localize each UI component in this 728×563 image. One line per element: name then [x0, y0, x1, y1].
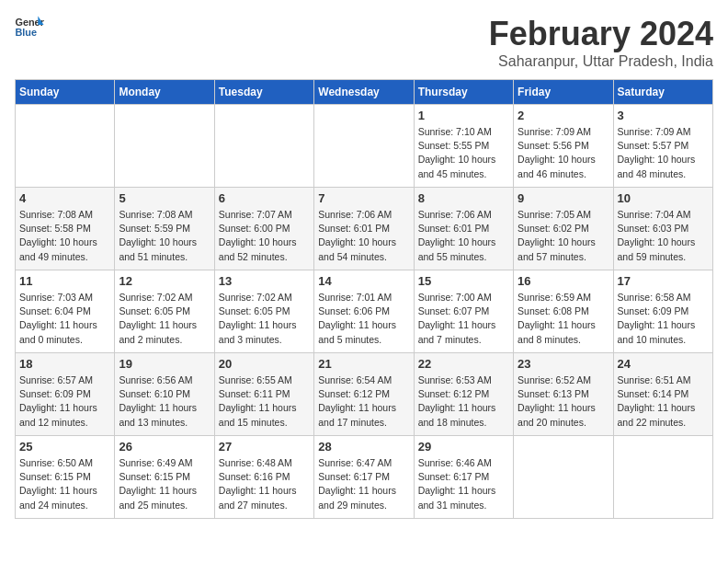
day-number: 26 — [119, 440, 210, 454]
calendar-cell: 25Sunrise: 6:50 AMSunset: 6:15 PMDayligh… — [16, 436, 115, 519]
calendar-week-5: 25Sunrise: 6:50 AMSunset: 6:15 PMDayligh… — [16, 436, 713, 519]
day-info: Sunrise: 7:03 AMSunset: 6:04 PMDaylight:… — [19, 291, 110, 347]
calendar-cell — [115, 105, 214, 188]
day-number: 13 — [219, 274, 310, 288]
calendar-cell: 2Sunrise: 7:09 AMSunset: 5:56 PMDaylight… — [514, 105, 613, 188]
day-number: 20 — [219, 357, 310, 371]
day-info: Sunrise: 6:59 AMSunset: 6:08 PMDaylight:… — [518, 291, 609, 347]
day-info: Sunrise: 7:00 AMSunset: 6:07 PMDaylight:… — [418, 291, 509, 347]
day-info: Sunrise: 6:47 AMSunset: 6:17 PMDaylight:… — [318, 456, 409, 512]
day-info: Sunrise: 7:08 AMSunset: 5:59 PMDaylight:… — [119, 208, 210, 264]
title-area: February 2024 Saharanpur, Uttar Pradesh,… — [489, 15, 713, 70]
day-info: Sunrise: 6:50 AMSunset: 6:15 PMDaylight:… — [19, 456, 110, 512]
calendar-week-1: 1Sunrise: 7:10 AMSunset: 5:55 PMDaylight… — [16, 105, 713, 188]
day-number: 3 — [618, 109, 709, 122]
calendar-cell: 27Sunrise: 6:48 AMSunset: 6:16 PMDayligh… — [214, 436, 313, 519]
calendar-cell: 12Sunrise: 7:02 AMSunset: 6:05 PMDayligh… — [115, 270, 214, 353]
calendar-cell: 20Sunrise: 6:55 AMSunset: 6:11 PMDayligh… — [214, 353, 313, 436]
weekday-sunday: Sunday — [16, 80, 115, 105]
logo: General Blue — [15, 15, 44, 40]
day-number: 10 — [618, 191, 709, 205]
day-info: Sunrise: 6:58 AMSunset: 6:09 PMDaylight:… — [618, 291, 709, 347]
day-info: Sunrise: 6:48 AMSunset: 6:16 PMDaylight:… — [219, 456, 310, 512]
day-info: Sunrise: 7:10 AMSunset: 5:55 PMDaylight:… — [418, 125, 509, 181]
day-number: 25 — [19, 440, 110, 454]
calendar-table: SundayMondayTuesdayWednesdayThursdayFrid… — [15, 79, 713, 519]
page-header: General Blue February 2024 Saharanpur, U… — [15, 15, 713, 70]
day-info: Sunrise: 7:06 AMSunset: 6:01 PMDaylight:… — [418, 208, 509, 264]
calendar-cell: 4Sunrise: 7:08 AMSunset: 5:58 PMDaylight… — [16, 188, 115, 270]
calendar-body: 1Sunrise: 7:10 AMSunset: 5:55 PMDaylight… — [16, 105, 713, 519]
weekday-friday: Friday — [514, 80, 613, 105]
calendar-cell: 9Sunrise: 7:05 AMSunset: 6:02 PMDaylight… — [514, 188, 613, 270]
calendar-cell: 22Sunrise: 6:53 AMSunset: 6:12 PMDayligh… — [414, 353, 513, 436]
day-info: Sunrise: 7:09 AMSunset: 5:56 PMDaylight:… — [518, 125, 609, 181]
location-title: Saharanpur, Uttar Pradesh, India — [489, 53, 713, 70]
day-info: Sunrise: 7:05 AMSunset: 6:02 PMDaylight:… — [518, 208, 609, 264]
calendar-cell — [613, 436, 712, 519]
day-number: 11 — [19, 274, 110, 288]
calendar-cell — [314, 105, 414, 188]
day-number: 19 — [119, 357, 210, 371]
day-number: 5 — [119, 191, 210, 205]
day-number: 4 — [19, 191, 110, 205]
calendar-cell: 19Sunrise: 6:56 AMSunset: 6:10 PMDayligh… — [115, 353, 214, 436]
day-info: Sunrise: 7:06 AMSunset: 6:01 PMDaylight:… — [318, 208, 409, 264]
calendar-header: SundayMondayTuesdayWednesdayThursdayFrid… — [16, 80, 713, 105]
calendar-cell: 28Sunrise: 6:47 AMSunset: 6:17 PMDayligh… — [314, 436, 414, 519]
calendar-cell: 10Sunrise: 7:04 AMSunset: 6:03 PMDayligh… — [613, 188, 712, 270]
svg-text:Blue: Blue — [15, 27, 37, 38]
day-info: Sunrise: 6:51 AMSunset: 6:14 PMDaylight:… — [618, 373, 709, 430]
day-number: 8 — [418, 191, 509, 205]
day-number: 23 — [518, 357, 609, 371]
calendar-cell: 24Sunrise: 6:51 AMSunset: 6:14 PMDayligh… — [613, 353, 712, 436]
logo-icon: General Blue — [15, 15, 44, 40]
calendar-cell: 7Sunrise: 7:06 AMSunset: 6:01 PMDaylight… — [314, 188, 414, 270]
weekday-tuesday: Tuesday — [214, 80, 313, 105]
weekday-thursday: Thursday — [414, 80, 513, 105]
day-number: 21 — [318, 357, 409, 371]
day-number: 7 — [318, 191, 409, 205]
day-number: 27 — [219, 440, 310, 454]
day-info: Sunrise: 6:54 AMSunset: 6:12 PMDaylight:… — [318, 373, 409, 430]
day-info: Sunrise: 6:46 AMSunset: 6:17 PMDaylight:… — [418, 456, 509, 512]
day-info: Sunrise: 7:02 AMSunset: 6:05 PMDaylight:… — [219, 291, 310, 347]
day-info: Sunrise: 6:57 AMSunset: 6:09 PMDaylight:… — [19, 373, 110, 430]
day-info: Sunrise: 7:09 AMSunset: 5:57 PMDaylight:… — [618, 125, 709, 181]
calendar-cell: 3Sunrise: 7:09 AMSunset: 5:57 PMDaylight… — [613, 105, 712, 188]
day-number: 14 — [318, 274, 409, 288]
day-number: 18 — [19, 357, 110, 371]
calendar-cell: 5Sunrise: 7:08 AMSunset: 5:59 PMDaylight… — [115, 188, 214, 270]
calendar-cell: 15Sunrise: 7:00 AMSunset: 6:07 PMDayligh… — [414, 270, 513, 353]
calendar-cell: 14Sunrise: 7:01 AMSunset: 6:06 PMDayligh… — [314, 270, 414, 353]
day-number: 17 — [618, 274, 709, 288]
day-number: 29 — [418, 440, 509, 454]
calendar-cell: 18Sunrise: 6:57 AMSunset: 6:09 PMDayligh… — [16, 353, 115, 436]
calendar-cell: 21Sunrise: 6:54 AMSunset: 6:12 PMDayligh… — [314, 353, 414, 436]
calendar-week-2: 4Sunrise: 7:08 AMSunset: 5:58 PMDaylight… — [16, 188, 713, 270]
calendar-cell — [514, 436, 613, 519]
calendar-cell: 6Sunrise: 7:07 AMSunset: 6:00 PMDaylight… — [214, 188, 313, 270]
day-number: 2 — [518, 109, 609, 122]
calendar-cell: 26Sunrise: 6:49 AMSunset: 6:15 PMDayligh… — [115, 436, 214, 519]
day-info: Sunrise: 6:55 AMSunset: 6:11 PMDaylight:… — [219, 373, 310, 430]
day-number: 28 — [318, 440, 409, 454]
day-number: 6 — [219, 191, 310, 205]
day-number: 22 — [418, 357, 509, 371]
calendar-cell — [16, 105, 115, 188]
day-info: Sunrise: 7:07 AMSunset: 6:00 PMDaylight:… — [219, 208, 310, 264]
month-title: February 2024 — [489, 15, 713, 53]
day-info: Sunrise: 6:52 AMSunset: 6:13 PMDaylight:… — [518, 373, 609, 430]
day-info: Sunrise: 6:49 AMSunset: 6:15 PMDaylight:… — [119, 456, 210, 512]
calendar-cell — [214, 105, 313, 188]
weekday-monday: Monday — [115, 80, 214, 105]
calendar-cell: 11Sunrise: 7:03 AMSunset: 6:04 PMDayligh… — [16, 270, 115, 353]
day-info: Sunrise: 6:56 AMSunset: 6:10 PMDaylight:… — [119, 373, 210, 430]
calendar-cell: 1Sunrise: 7:10 AMSunset: 5:55 PMDaylight… — [414, 105, 513, 188]
day-info: Sunrise: 6:53 AMSunset: 6:12 PMDaylight:… — [418, 373, 509, 430]
day-info: Sunrise: 7:04 AMSunset: 6:03 PMDaylight:… — [618, 208, 709, 264]
day-info: Sunrise: 7:01 AMSunset: 6:06 PMDaylight:… — [318, 291, 409, 347]
day-info: Sunrise: 7:08 AMSunset: 5:58 PMDaylight:… — [19, 208, 110, 264]
calendar-week-3: 11Sunrise: 7:03 AMSunset: 6:04 PMDayligh… — [16, 270, 713, 353]
calendar-cell: 8Sunrise: 7:06 AMSunset: 6:01 PMDaylight… — [414, 188, 513, 270]
